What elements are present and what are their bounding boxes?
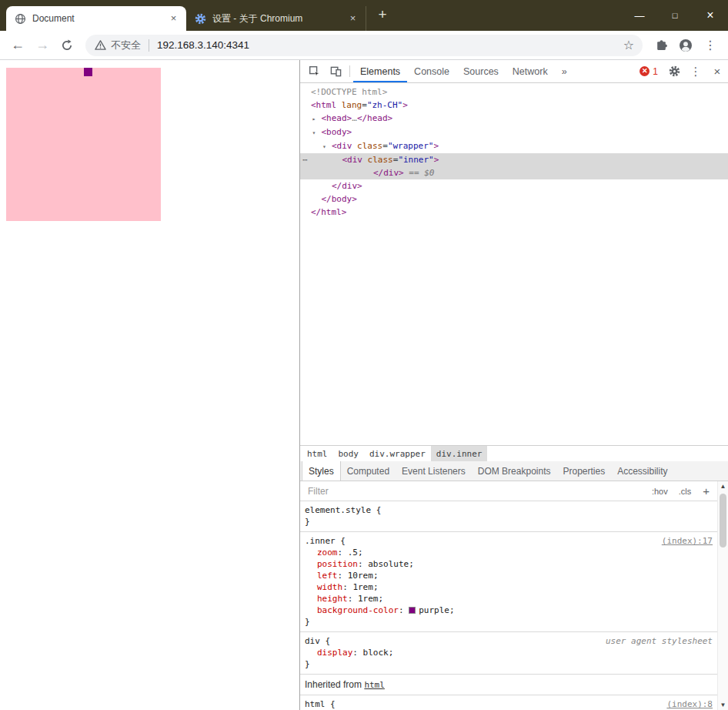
crumb-body[interactable]: body [333, 446, 365, 461]
devtools-panel: Elements Console Sources Network » ✕ 1 ⋮… [299, 60, 728, 710]
scroll-up-icon[interactable]: ▲ [720, 483, 726, 490]
minimize-button[interactable]: — [622, 0, 657, 31]
dom-node-line[interactable]: <!DOCTYPE html> [300, 85, 728, 99]
tab-styles[interactable]: Styles [302, 461, 341, 481]
css-property[interactable]: display: block; [300, 647, 717, 658]
tab-document[interactable]: Document × [6, 6, 186, 31]
tab-sources[interactable]: Sources [456, 60, 506, 82]
crumb-div-wrapper[interactable]: div.wrapper [364, 446, 431, 461]
tab-dom-breakpoints[interactable]: DOM Breakpoints [472, 461, 557, 481]
dom-node-line[interactable]: </div> == $0 [300, 166, 728, 179]
code-token: "wrapper" [388, 141, 434, 151]
tab-close-icon[interactable]: × [167, 12, 180, 25]
dom-node-line[interactable]: <html lang="zh-CH"> [300, 99, 728, 112]
css-colon: : [338, 571, 348, 581]
css-semicolon: ; [409, 559, 414, 569]
css-property[interactable]: background-color: purple; [300, 605, 717, 616]
tab-console[interactable]: Console [407, 60, 456, 82]
scrollbar-thumb[interactable] [720, 494, 726, 548]
new-style-rule-button[interactable]: + [696, 484, 716, 497]
style-rule: (index):17.inner {zoom: .5;position: abs… [300, 532, 717, 632]
tab-accessibility[interactable]: Accessibility [611, 461, 673, 481]
address-bar[interactable]: 不安全 192.168.3.140:4341 ☆ [85, 35, 643, 56]
code-token: = [362, 100, 367, 110]
css-property[interactable]: left: 10rem; [300, 570, 717, 581]
window-controls: — □ × [622, 0, 728, 31]
css-colon: : [352, 648, 362, 658]
security-chip[interactable]: 不安全 [95, 39, 141, 52]
disclosure-arrow-icon[interactable]: ▸ [312, 112, 322, 126]
code-token: <body> [322, 127, 352, 137]
dom-node-line[interactable]: ▾<div class="wrapper"> [300, 139, 728, 153]
inherited-from-link[interactable]: html [364, 680, 385, 690]
close-button[interactable]: × [693, 0, 728, 31]
forward-button[interactable]: → [32, 35, 53, 56]
disclosure-arrow-icon[interactable]: ▾ [312, 126, 322, 139]
crumb-div-inner[interactable]: div.inner [431, 446, 488, 461]
cls-button[interactable]: .cls [673, 487, 697, 496]
browser-menu-button[interactable]: ⋮ [700, 35, 721, 56]
dom-node-line[interactable]: ▾<body> [300, 126, 728, 139]
extensions-puzzle-icon[interactable] [650, 35, 672, 56]
new-tab-button[interactable]: + [372, 5, 392, 25]
css-property-value: 10rem [348, 571, 373, 581]
dom-node-line[interactable]: ⋯<div class="inner"> [300, 153, 728, 166]
maximize-button[interactable]: □ [657, 0, 693, 31]
rule-selector-line[interactable]: element.style { [300, 504, 717, 516]
code-token: > [433, 141, 439, 151]
css-semicolon: ; [358, 548, 363, 558]
back-button[interactable]: ← [7, 35, 28, 56]
device-toolbar-button[interactable] [325, 60, 346, 82]
rule-selector-line[interactable]: (index):8html { [300, 698, 717, 710]
url-text: 192.168.3.140:4341 [157, 39, 618, 51]
tab-close-icon[interactable]: × [346, 12, 359, 25]
rule-selector-line[interactable]: user agent stylesheetdiv { [300, 635, 717, 647]
error-count-badge[interactable]: ✕ 1 [634, 60, 663, 82]
rule-selector-line[interactable]: (index):17.inner { [300, 535, 717, 547]
tab-elements[interactable]: Elements [353, 60, 407, 82]
rule-selector: element.style { [305, 505, 381, 515]
dom-node-line[interactable]: </div> [300, 179, 728, 193]
css-property[interactable]: height: 1rem; [300, 593, 717, 605]
tab-event-listeners[interactable]: Event Listeners [396, 461, 472, 481]
inspect-element-button[interactable] [303, 60, 325, 82]
css-semicolon: ; [373, 582, 379, 592]
bookmark-star-icon[interactable]: ☆ [618, 38, 640, 52]
css-property[interactable]: position: absolute; [300, 558, 717, 570]
tab-computed[interactable]: Computed [341, 461, 396, 481]
devtools-close-button[interactable]: × [706, 60, 728, 82]
more-tabs-button[interactable]: » [555, 60, 574, 82]
devtools-menu-button[interactable]: ⋮ [685, 60, 706, 82]
profile-avatar-icon[interactable] [675, 35, 696, 56]
css-property-name: display [317, 648, 352, 658]
toolbar-separator [349, 65, 350, 77]
css-property[interactable]: width: 1rem; [300, 581, 717, 593]
stylesheet-link[interactable]: (index):8 [666, 698, 713, 710]
stylesheet-link[interactable]: (index):17 [662, 535, 713, 547]
stylesheet-origin-note: user agent stylesheet [606, 635, 713, 647]
disclosure-arrow-icon[interactable]: ▾ [322, 140, 332, 153]
hov-button[interactable]: :hov [646, 487, 673, 496]
dom-node-line[interactable]: </body> [300, 193, 728, 206]
css-colon: : [342, 582, 352, 592]
omnibox-separator [149, 39, 149, 52]
dom-node-line[interactable]: </html> [300, 206, 728, 219]
page-wrapper-div [6, 68, 161, 221]
styles-scrollbar[interactable]: ▲ ▼ [717, 481, 728, 710]
crumb-html[interactable]: html [302, 446, 333, 461]
css-property[interactable]: zoom: .5; [300, 547, 717, 558]
devtools-settings-gear-icon[interactable] [663, 60, 685, 82]
tab-network[interactable]: Network [506, 60, 555, 82]
color-swatch[interactable] [409, 607, 416, 614]
styles-filter-input[interactable] [300, 486, 646, 497]
css-property-value: purple [419, 605, 449, 615]
inherited-from-header: Inherited from html [300, 675, 717, 695]
reload-button[interactable] [56, 35, 78, 56]
dom-node-line[interactable]: ▸<head>…</head> [300, 112, 728, 126]
code-token: <head> [322, 113, 352, 123]
scroll-down-icon[interactable]: ▼ [720, 702, 726, 708]
code-token: <!DOCTYPE html> [311, 87, 387, 97]
tab-settings[interactable]: 设置 - 关于 Chromium × [186, 6, 366, 31]
tab-properties[interactable]: Properties [556, 461, 611, 481]
devtools-toolbar: Elements Console Sources Network » ✕ 1 ⋮… [300, 60, 728, 83]
